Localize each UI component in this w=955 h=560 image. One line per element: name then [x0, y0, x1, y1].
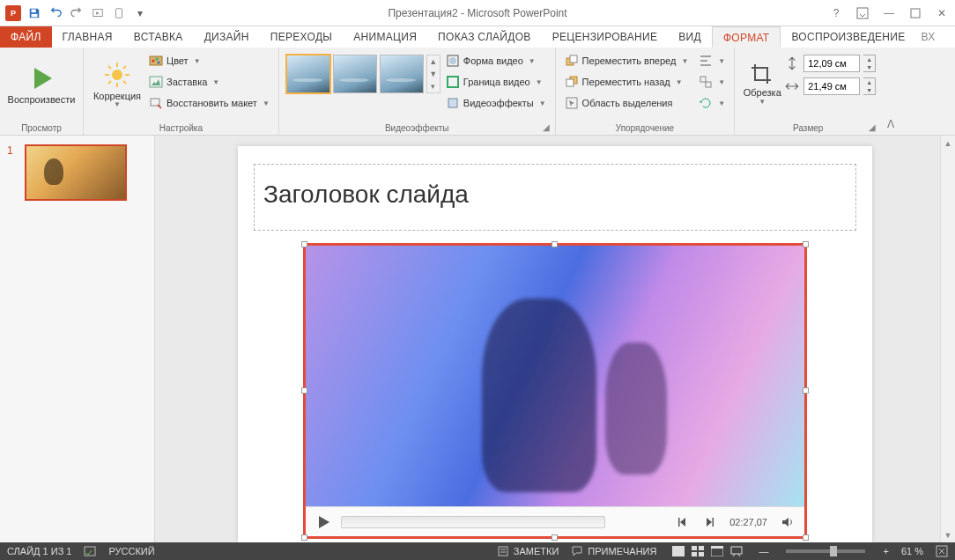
normal-view-icon[interactable]	[669, 543, 688, 559]
svg-point-6	[112, 70, 122, 80]
bring-forward-button[interactable]: Переместить вперед▼	[561, 51, 692, 70]
height-input[interactable]: 12,09 см	[803, 55, 860, 72]
svg-rect-28	[566, 79, 574, 86]
crop-label: Обрезка	[744, 87, 781, 98]
close-button[interactable]: ✕	[929, 3, 955, 24]
language-status[interactable]: РУССКИЙ	[108, 546, 154, 556]
handle-bm[interactable]	[552, 534, 558, 541]
width-input[interactable]: 21,49 см	[803, 77, 860, 95]
handle-tl[interactable]	[301, 241, 307, 247]
video-object[interactable]: 02:27,07	[303, 243, 807, 539]
gallery-up-icon[interactable]: ▲	[427, 55, 440, 68]
notes-button[interactable]: ЗАМЕТКИ	[497, 545, 559, 557]
redo-icon[interactable]	[67, 4, 86, 23]
title-placeholder[interactable]: Заголовок слайда	[254, 164, 856, 231]
style-item-2[interactable]	[333, 55, 377, 93]
corrections-button[interactable]: Коррекция ▼	[89, 51, 145, 118]
height-icon	[784, 55, 800, 71]
group-size: Обрезка ▼ 12,09 см ▲▼ 21,49 см ▲▼ Размер…	[735, 48, 881, 135]
svg-rect-26	[570, 55, 577, 63]
help-icon[interactable]: ?	[823, 3, 849, 24]
gallery-down-icon[interactable]: ▼	[427, 68, 440, 80]
tab-slideshow[interactable]: ПОКАЗ СЛАЙДОВ	[427, 26, 542, 48]
collapse-ribbon-icon[interactable]: ᐱ	[881, 48, 900, 136]
sorter-view-icon[interactable]	[688, 543, 707, 559]
video-step-back-icon[interactable]	[673, 512, 692, 532]
style-item-3[interactable]	[380, 55, 424, 93]
ribbon-options-icon[interactable]	[849, 3, 876, 24]
tab-insert[interactable]: ВСТАВКА	[123, 26, 194, 48]
tab-design[interactable]: ДИЗАЙН	[194, 26, 260, 48]
handle-bl[interactable]	[301, 534, 307, 541]
send-backward-icon	[565, 75, 579, 89]
scroll-down-icon[interactable]: ▼	[941, 527, 955, 542]
reset-design-button[interactable]: Восстановить макет▼	[145, 93, 273, 113]
tab-transitions[interactable]: ПЕРЕХОДЫ	[260, 26, 343, 48]
comments-button[interactable]: ПРИМЕЧАНИЯ	[571, 545, 656, 557]
group-icon	[699, 75, 713, 89]
size-dialog-launcher-icon[interactable]: ◢	[867, 122, 877, 133]
width-spinner[interactable]: ▲▼	[863, 77, 876, 95]
video-progress-track[interactable]	[341, 516, 605, 528]
align-button[interactable]: ▼	[695, 51, 729, 70]
color-button[interactable]: Цвет▼	[145, 51, 273, 70]
vertical-scrollbar[interactable]: ▲ ▼	[940, 136, 955, 542]
svg-rect-35	[678, 518, 680, 527]
fit-to-window-icon[interactable]	[936, 545, 948, 557]
svg-rect-1	[32, 13, 38, 17]
qat-customize-icon[interactable]: ▾	[130, 4, 150, 23]
video-effects-button[interactable]: Видеоэффекты▼	[442, 93, 550, 113]
minimize-button[interactable]: —	[876, 3, 902, 24]
send-backward-button[interactable]: Переместить назад▼	[561, 72, 692, 92]
handle-mr[interactable]	[803, 387, 809, 394]
handle-br[interactable]	[803, 534, 809, 541]
tab-home[interactable]: ГЛАВНАЯ	[52, 26, 123, 48]
slide-counter[interactable]: СЛАЙД 1 ИЗ 1	[7, 546, 71, 556]
play-icon	[27, 64, 56, 92]
dialog-launcher-icon[interactable]: ◢	[541, 122, 552, 133]
tab-animations[interactable]: АНИМАЦИЯ	[343, 26, 427, 48]
video-shape-button[interactable]: Форма видео▼	[442, 51, 550, 70]
svg-rect-33	[700, 77, 706, 82]
touch-mode-icon[interactable]	[109, 4, 129, 23]
picture-frame-icon	[149, 75, 163, 89]
handle-tr[interactable]	[803, 241, 809, 247]
height-spinner[interactable]: ▲▼	[863, 55, 876, 72]
spelling-status[interactable]	[84, 545, 96, 557]
app-icon[interactable]: P	[4, 4, 23, 23]
save-icon[interactable]	[25, 4, 44, 23]
selection-pane-button[interactable]: Область выделения	[561, 93, 692, 113]
video-volume-icon[interactable]	[778, 512, 797, 532]
zoom-out-button[interactable]: —	[759, 546, 768, 556]
tab-format[interactable]: ФОРМАТ	[712, 26, 781, 48]
poster-frame-button[interactable]: Заставка▼	[145, 72, 273, 92]
video-play-button[interactable]	[313, 512, 334, 533]
tab-overflow[interactable]: Вх	[916, 26, 941, 48]
group-size-label: Размер◢	[740, 122, 876, 133]
zoom-slider[interactable]	[786, 549, 865, 553]
slideshow-view-icon[interactable]	[727, 543, 746, 559]
start-from-beginning-icon[interactable]	[88, 4, 107, 23]
tab-view[interactable]: ВИД	[668, 26, 712, 48]
scroll-up-icon[interactable]: ▲	[941, 136, 955, 151]
handle-tm[interactable]	[552, 241, 558, 247]
gallery-more-icon[interactable]: ▾	[427, 80, 440, 92]
group-objects-button[interactable]: ▼	[695, 72, 729, 92]
video-step-forward-icon[interactable]	[700, 512, 719, 532]
tab-file[interactable]: ФАЙЛ	[0, 26, 52, 48]
video-border-button[interactable]: Граница видео▼	[442, 72, 550, 92]
slide-canvas-area[interactable]: Заголовок слайда 02:27,07	[155, 136, 955, 542]
style-item-1[interactable]	[286, 55, 330, 93]
play-button[interactable]: Воспроизвести	[5, 51, 78, 118]
reading-view-icon[interactable]	[707, 543, 727, 559]
tab-playback[interactable]: ВОСПРОИЗВЕДЕНИЕ	[781, 26, 915, 48]
rotate-button[interactable]: ▼	[695, 93, 729, 113]
zoom-in-button[interactable]: +	[883, 546, 888, 556]
slide-thumbnail-1[interactable]	[25, 144, 127, 201]
maximize-button[interactable]	[902, 3, 929, 24]
zoom-level[interactable]: 61 %	[901, 546, 923, 556]
handle-ml[interactable]	[301, 387, 307, 394]
undo-icon[interactable]	[46, 4, 65, 23]
tab-review[interactable]: РЕЦЕНЗИРОВАНИЕ	[542, 26, 669, 48]
crop-button[interactable]: Обрезка ▼	[740, 51, 784, 116]
